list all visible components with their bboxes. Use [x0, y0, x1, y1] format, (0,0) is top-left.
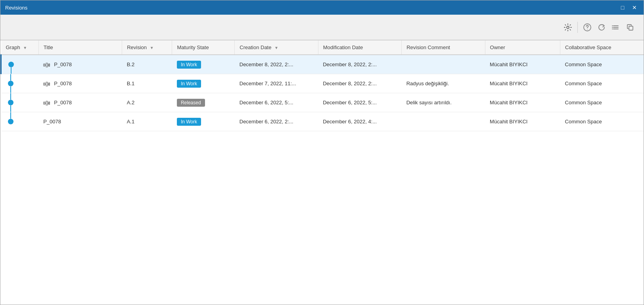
collab-space-cell: Common Space	[560, 74, 644, 93]
creation-sort-icon: ▼	[274, 46, 278, 50]
revision-cell: A.1	[122, 112, 172, 131]
help-button[interactable]	[580, 20, 594, 35]
svg-rect-23	[46, 82, 48, 86]
svg-point-17	[49, 65, 50, 66]
maturity-badge: In Work	[177, 118, 201, 126]
title-text: P_0078	[43, 119, 61, 125]
toolbar-separator-1	[577, 22, 578, 33]
collab-space-cell: Common Space	[560, 93, 644, 112]
col-header-graph[interactable]: Graph ▼	[1, 40, 39, 55]
graph-cell	[1, 74, 39, 93]
col-header-collab: Collaborative Space	[560, 40, 644, 55]
revisions-table: Graph ▼ Title Revision ▼ Maturity State	[0, 40, 644, 131]
svg-point-0	[567, 26, 569, 29]
col-maturity-label: Maturity State	[177, 44, 209, 50]
creation-date-cell: December 6, 2022, 2:...	[235, 112, 318, 131]
creation-date-cell: December 7, 2022, 11:...	[235, 74, 318, 93]
modification-date-cell: December 6, 2022, 4:...	[318, 112, 401, 131]
table-row[interactable]: P_0078B.1In WorkDecember 7, 2022, 11:...…	[1, 74, 644, 93]
maturity-badge: In Work	[177, 80, 201, 88]
title-text: P_0078	[54, 61, 72, 67]
maturity-cell: In Work	[172, 74, 235, 93]
maturity-cell: In Work	[172, 112, 235, 131]
svg-rect-21	[44, 83, 45, 85]
table-header-row: Graph ▼ Title Revision ▼ Maturity State	[1, 40, 644, 55]
col-header-creation[interactable]: Creation Date ▼	[235, 40, 318, 55]
modification-date-cell: December 8, 2022, 2:...	[318, 74, 401, 93]
maturity-badge: In Work	[177, 61, 201, 69]
svg-point-2	[587, 29, 588, 29]
owner-cell: Mücahit BIYIKCI	[485, 74, 560, 93]
modification-date-cell: December 6, 2022, 5:...	[318, 93, 401, 112]
title-cell: P_0078	[38, 93, 122, 112]
settings-button[interactable]	[561, 20, 575, 35]
window: Revisions □ ✕	[0, 0, 644, 305]
svg-point-34	[49, 102, 50, 103]
title-text: P_0078	[54, 81, 72, 86]
graph-cell	[1, 93, 39, 112]
part-icon	[43, 61, 52, 67]
collab-space-cell: Common Space	[560, 112, 644, 131]
revision-sort-icon: ▼	[150, 46, 154, 50]
owner-cell: Mücahit BIYIKCI	[485, 112, 560, 131]
svg-point-37	[8, 119, 13, 125]
minimize-button[interactable]: □	[618, 3, 627, 12]
svg-point-11	[8, 62, 14, 67]
table-row[interactable]: P_0078B.2In WorkDecember 8, 2022, 2:...D…	[1, 55, 644, 74]
col-header-revision[interactable]: Revision ▼	[122, 40, 172, 55]
part-icon	[43, 80, 52, 86]
col-header-owner: Owner	[485, 40, 560, 55]
svg-rect-12	[44, 64, 45, 66]
toolbar	[0, 15, 644, 40]
svg-point-29	[8, 100, 13, 106]
graph-cell	[1, 55, 39, 74]
svg-point-25	[49, 82, 50, 84]
title-bar: Revisions □ ✕	[0, 0, 644, 15]
owner-cell: Mücahit BIYIKCI	[485, 55, 560, 74]
revision-cell: B.1	[122, 74, 172, 93]
list-view-button[interactable]	[609, 20, 623, 35]
refresh-button[interactable]	[594, 20, 609, 35]
title-cell: P_0078	[38, 112, 122, 131]
svg-point-35	[49, 103, 50, 104]
graph-cell	[1, 112, 39, 131]
col-graph-label: Graph	[6, 44, 20, 50]
revision-comment-cell	[402, 55, 485, 74]
maturity-cell: In Work	[172, 55, 235, 74]
svg-rect-9	[629, 26, 633, 30]
part-icon	[43, 99, 52, 106]
creation-date-cell: December 6, 2022, 5:...	[235, 93, 318, 112]
maturity-cell: Released	[172, 93, 235, 112]
col-collab-label: Collaborative Space	[565, 44, 611, 50]
revision-cell: B.2	[122, 55, 172, 74]
collab-space-cell: Common Space	[560, 55, 644, 74]
title-cell: P_0078	[38, 55, 122, 74]
copy-button[interactable]	[623, 20, 637, 35]
table-row[interactable]: P_0078A.1In WorkDecember 6, 2022, 2:...D…	[1, 112, 644, 131]
maturity-badge: Released	[177, 99, 205, 107]
col-header-modification: Modification Date	[318, 40, 401, 55]
svg-point-20	[8, 81, 13, 86]
graph-sort-icon: ▼	[23, 46, 27, 50]
col-modification-label: Modification Date	[323, 44, 363, 50]
col-revision-label: Revision	[127, 44, 147, 50]
col-owner-label: Owner	[490, 44, 505, 50]
svg-rect-30	[44, 102, 45, 104]
title-bar-controls: □ ✕	[618, 3, 639, 12]
col-comment-label: Revision Comment	[406, 44, 450, 50]
revision-comment-cell: Delik sayısı artırıldı.	[402, 93, 485, 112]
col-header-comment: Revision Comment	[402, 40, 485, 55]
close-button[interactable]: ✕	[630, 3, 639, 12]
title-cell: P_0078	[38, 74, 122, 93]
col-title-label: Title	[44, 44, 53, 50]
revision-comment-cell: Radyus değişikliği.	[402, 74, 485, 93]
owner-cell: Mücahit BIYIKCI	[485, 93, 560, 112]
window-title: Revisions	[5, 5, 27, 11]
table-container: Graph ▼ Title Revision ▼ Maturity State	[0, 40, 644, 305]
col-creation-label: Creation Date	[240, 44, 271, 50]
svg-point-16	[49, 63, 50, 65]
toolbar-icons	[561, 20, 637, 35]
modification-date-cell: December 8, 2022, 2:...	[318, 55, 401, 74]
table-row[interactable]: P_0078A.2ReleasedDecember 6, 2022, 5:...…	[1, 93, 644, 112]
col-header-maturity: Maturity State	[172, 40, 235, 55]
